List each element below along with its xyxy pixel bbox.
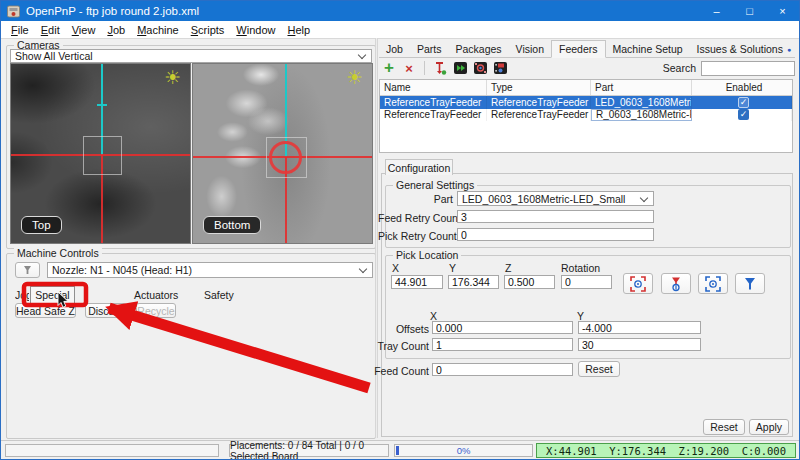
capture-camera-location-icon	[630, 276, 646, 292]
pick-part-button[interactable]	[451, 60, 469, 76]
head-safe-z-button[interactable]: Head Safe Z	[15, 303, 76, 318]
camera-axis-tick	[97, 104, 107, 106]
progress-fill	[396, 446, 399, 455]
apply-button[interactable]: Apply	[749, 419, 789, 435]
dro-z: Z:19.200	[679, 445, 730, 457]
menu-view[interactable]: View	[66, 23, 102, 37]
tab-special[interactable]: Special	[30, 286, 75, 304]
feed-part-icon	[433, 61, 447, 75]
move-camera-to-location-button[interactable]	[698, 273, 728, 294]
offsets-y-field[interactable]	[578, 321, 701, 334]
discard-button[interactable]: Discard	[85, 303, 127, 318]
tab-jog[interactable]: Jog	[15, 289, 29, 301]
part-select-value: LED_0603_1608Metric-LED_Small	[462, 193, 625, 205]
pick-rotation-field[interactable]	[561, 275, 612, 289]
progress-bar: 0%	[394, 444, 533, 457]
search-input[interactable]	[701, 61, 795, 76]
tab-configuration[interactable]: Configuration	[385, 159, 453, 175]
tab-actuators[interactable]: Actuators	[134, 289, 178, 301]
camera-view-top[interactable]: ☀ Top	[10, 63, 191, 244]
tab-machine-setup[interactable]: Machine Setup	[606, 42, 690, 57]
enabled-checkbox[interactable]: ✓	[738, 97, 749, 108]
tab-issues-solutions[interactable]: Issues & Solutions ●	[690, 42, 799, 57]
rotation-label: Rotation	[561, 262, 600, 274]
tab-packages[interactable]: Packages	[448, 42, 508, 57]
tab-special-label: Special	[35, 289, 69, 301]
tab-vision[interactable]: Vision	[509, 42, 551, 57]
feeders-toolbar: + ×	[379, 58, 795, 78]
show-feeder-button[interactable]	[491, 60, 509, 76]
column-header-name[interactable]: Name	[380, 80, 487, 95]
show-part-button[interactable]	[471, 60, 489, 76]
move-nozzle-to-location-button[interactable]	[735, 273, 765, 294]
camera-bottom-badge: Bottom	[203, 216, 261, 234]
menu-file[interactable]: File	[5, 23, 35, 37]
recycle-button[interactable]: Recycle	[136, 303, 176, 318]
window-controls: – □ ×	[700, 1, 799, 21]
feed-retry-count-field[interactable]	[457, 210, 654, 223]
feed-part-button[interactable]	[431, 60, 449, 76]
reset-button[interactable]: Reset	[703, 419, 745, 435]
enabled-checkbox[interactable]: ✓	[738, 109, 749, 120]
minimize-button[interactable]: –	[700, 1, 733, 21]
menu-help[interactable]: Help	[281, 23, 316, 37]
dro-c: C:0.000	[742, 445, 786, 457]
camera-view-bottom[interactable]: ☀ Bottom	[192, 63, 373, 244]
openpnp-window: OpenPnP - ftp job round 2.job.xml – □ × …	[0, 0, 800, 460]
chevron-down-icon	[359, 265, 367, 273]
offsets-x-field[interactable]	[432, 321, 573, 334]
table-row[interactable]: ReferenceTrayFeeder ReferenceTrayFeeder …	[380, 109, 792, 122]
progress-label: 0%	[457, 445, 471, 456]
cell-enabled: ✓	[692, 109, 792, 122]
tray-count-x-field[interactable]	[432, 338, 573, 351]
tray-count-y-field[interactable]	[578, 338, 701, 351]
nozzle-tool-button[interactable]	[15, 262, 40, 278]
delete-feeder-button[interactable]: ×	[400, 60, 418, 76]
feeders-table: Name Type Part Enabled ReferenceTrayFeed…	[379, 79, 793, 153]
tab-feeders[interactable]: Feeders	[551, 40, 606, 58]
capture-nozzle-location-icon	[668, 276, 684, 292]
tab-issues-solutions-label: Issues & Solutions	[697, 43, 783, 55]
cell-type: ReferenceTrayFeeder	[487, 109, 591, 122]
nozzle-select[interactable]: Nozzle: N1 - N045 (Head: H1)	[47, 262, 373, 278]
nozzle-select-value: Nozzle: N1 - N045 (Head: H1)	[52, 264, 192, 276]
tab-safety[interactable]: Safety	[204, 289, 234, 301]
camera-view-select[interactable]: Show All Vertical	[10, 49, 372, 63]
tab-job[interactable]: Job	[379, 42, 410, 57]
pick-x-field[interactable]	[391, 275, 443, 289]
show-part-icon	[473, 61, 488, 75]
table-row-selected[interactable]: ReferenceTrayFeeder ReferenceTrayFeeder …	[380, 96, 792, 109]
feed-count-reset-button[interactable]: Reset	[578, 361, 620, 377]
search-label: Search	[663, 62, 696, 74]
pick-z-field[interactable]	[504, 275, 555, 289]
menu-edit[interactable]: Edit	[35, 23, 66, 37]
menu-machine[interactable]: Machine	[131, 23, 185, 37]
notification-dot-icon: ●	[787, 46, 791, 53]
pick-y-field[interactable]	[448, 275, 499, 289]
capture-nozzle-location-button[interactable]	[661, 273, 691, 294]
column-header-type[interactable]: Type	[487, 80, 591, 95]
column-header-enabled[interactable]: Enabled	[692, 80, 792, 95]
maximize-button[interactable]: □	[733, 1, 766, 21]
close-button[interactable]: ×	[766, 1, 799, 21]
vision-result-circle	[269, 141, 302, 174]
cell-part: LED_0603_1608Metric-LED...	[591, 96, 692, 109]
tab-parts[interactable]: Parts	[410, 42, 449, 57]
main-tab-bar: Job Parts Packages Vision Feeders Machin…	[379, 40, 795, 58]
y-axis-label: Y	[449, 262, 456, 274]
part-select[interactable]: LED_0603_1608Metric-LED_Small	[457, 191, 654, 206]
feed-count-field[interactable]	[432, 363, 573, 376]
column-header-part[interactable]: Part	[591, 80, 692, 95]
menu-scripts[interactable]: Scripts	[185, 23, 231, 37]
app-icon	[7, 5, 20, 18]
capture-camera-location-button[interactable]	[623, 273, 653, 294]
menu-job[interactable]: Job	[101, 23, 131, 37]
x-axis-label: X	[392, 262, 399, 274]
cell-name: ReferenceTrayFeeder	[380, 96, 487, 109]
camera-brightness-sun-icon[interactable]: ☀	[164, 68, 181, 88]
status-bar: Placements: 0 / 84 Total | 0 / 0 Selecte…	[1, 440, 799, 460]
camera-brightness-sun-icon[interactable]: ☀	[346, 68, 363, 88]
menu-window[interactable]: Window	[230, 23, 281, 37]
pick-retry-count-field[interactable]	[457, 228, 654, 241]
add-feeder-button[interactable]: +	[380, 60, 398, 76]
